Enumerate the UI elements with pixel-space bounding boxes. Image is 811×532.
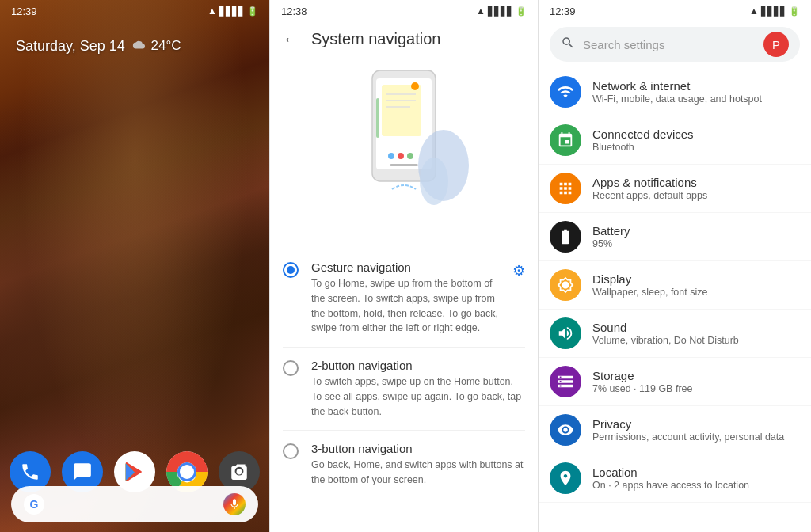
back-button[interactable]: ←: [283, 30, 299, 48]
svg-rect-14: [376, 98, 379, 138]
nav-status-icons: ▲ ▋▋▋▋ 🔋: [476, 6, 527, 17]
battery-setting-title: Battery: [592, 224, 800, 238]
apps-setting-text: Apps & notifications Recent apps, defaul…: [592, 176, 800, 201]
nav-options-list: Gesture navigation To go Home, swipe up …: [270, 249, 538, 499]
google-search-bar[interactable]: G: [11, 486, 258, 522]
home-status-bar: 12:39 ▲ ▋▋▋▋ 🔋: [0, 0, 269, 22]
settings-item-apps[interactable]: Apps & notifications Recent apps, defaul…: [539, 165, 811, 213]
svg-rect-13: [390, 164, 418, 166]
settings-item-storage[interactable]: Storage 7% used · 119 GB free: [539, 358, 811, 406]
settings-wifi-icon: ▲: [749, 6, 759, 17]
settings-signal-icon: ▋▋▋▋: [761, 6, 786, 17]
system-navigation-panel: 12:38 ▲ ▋▋▋▋ 🔋 ← System navigation: [269, 0, 539, 532]
three-button-nav-radio[interactable]: [283, 443, 299, 459]
search-placeholder-text: Search settings: [583, 38, 756, 51]
network-setting-subtitle: Wi-Fi, mobile, data usage, and hotspot: [592, 93, 800, 104]
connected-icon: [550, 124, 581, 156]
svg-point-16: [420, 158, 448, 205]
settings-search-bar[interactable]: Search settings P: [550, 27, 800, 62]
nav-battery-icon: 🔋: [516, 6, 527, 17]
wifi-icon: ▲: [208, 6, 217, 17]
location-icon: [550, 462, 581, 494]
privacy-setting-text: Privacy Permissions, account activity, p…: [592, 417, 800, 443]
nav-status-bar: 12:38 ▲ ▋▋▋▋ 🔋: [270, 0, 538, 22]
display-setting-text: Display Wallpaper, sleep, font size: [592, 272, 800, 298]
battery-icon: 🔋: [247, 6, 258, 17]
google-logo: G: [24, 494, 44, 515]
svg-point-12: [407, 153, 413, 159]
connected-setting-subtitle: Bluetooth: [592, 142, 800, 153]
apps-icon: [550, 173, 581, 204]
home-date-weather: Saturday, Sep 14 24°C: [16, 38, 181, 55]
gesture-nav-content: Gesture navigation To go Home, swipe up …: [311, 260, 500, 336]
google-mic-icon[interactable]: [223, 493, 246, 515]
three-button-nav-desc: Go back, Home, and switch apps with butt…: [311, 458, 525, 488]
three-button-navigation-option[interactable]: 3-button navigation Go back, Home, and s…: [283, 431, 525, 499]
sound-setting-title: Sound: [592, 321, 800, 334]
two-button-nav-radio[interactable]: [283, 360, 299, 376]
home-status-icons: ▲ ▋▋▋▋ 🔋: [208, 6, 258, 17]
nav-wifi-icon: ▲: [476, 6, 485, 17]
sound-setting-text: Sound Volume, vibration, Do Not Disturb: [592, 321, 800, 346]
home-status-time: 12:39: [11, 6, 37, 17]
settings-item-display[interactable]: Display Wallpaper, sleep, font size: [539, 261, 811, 310]
network-setting-text: Network & internet Wi-Fi, mobile, data u…: [592, 79, 800, 104]
storage-setting-subtitle: 7% used · 119 GB free: [592, 383, 800, 394]
sound-setting-subtitle: Volume, vibration, Do Not Disturb: [592, 335, 800, 346]
nav-signal-icon: ▋▋▋▋: [488, 6, 513, 17]
storage-setting-title: Storage: [592, 369, 800, 382]
nav-title: System navigation: [311, 30, 440, 48]
storage-icon: [550, 366, 581, 397]
battery-setting-subtitle: 95%: [592, 238, 800, 249]
settings-panel: 12:39 ▲ ▋▋▋▋ 🔋 Search settings P Network…: [539, 0, 811, 532]
settings-status-bar: 12:39 ▲ ▋▋▋▋ 🔋: [539, 0, 811, 22]
privacy-setting-title: Privacy: [592, 417, 800, 431]
network-setting-title: Network & internet: [592, 79, 800, 93]
gesture-illustration: [325, 63, 483, 237]
two-button-nav-content: 2-button navigation To switch apps, swip…: [311, 359, 525, 419]
privacy-setting-subtitle: Permissions, account activity, personal …: [592, 431, 800, 443]
settings-item-privacy[interactable]: Privacy Permissions, account activity, p…: [539, 406, 811, 454]
settings-battery-icon: 🔋: [789, 6, 800, 17]
home-date-text: Saturday, Sep 14: [16, 38, 125, 55]
display-setting-subtitle: Wallpaper, sleep, font size: [592, 287, 800, 298]
nav-status-time: 12:38: [281, 6, 307, 17]
two-button-navigation-option[interactable]: 2-button navigation To switch apps, swip…: [283, 348, 525, 431]
gesture-navigation-option[interactable]: Gesture navigation To go Home, swipe up …: [283, 249, 525, 348]
gesture-nav-radio-dot: [287, 266, 295, 274]
two-button-nav-desc: To switch apps, swipe up on the Home but…: [311, 374, 525, 419]
display-setting-title: Display: [592, 272, 800, 286]
battery-icon: [550, 221, 581, 253]
apps-setting-subtitle: Recent apps, default apps: [592, 190, 800, 201]
svg-rect-5: [382, 85, 421, 136]
sound-icon: [550, 317, 581, 349]
home-screen: 12:39 ▲ ▋▋▋▋ 🔋 Saturday, Sep 14 24°C: [0, 0, 269, 532]
network-icon: [550, 76, 581, 108]
settings-item-sound[interactable]: Sound Volume, vibration, Do Not Disturb: [539, 310, 811, 358]
storage-setting-text: Storage 7% used · 119 GB free: [592, 369, 800, 394]
settings-item-network[interactable]: Network & internet Wi-Fi, mobile, data u…: [539, 68, 811, 116]
svg-point-11: [398, 153, 404, 159]
battery-setting-text: Battery 95%: [592, 224, 800, 249]
three-button-nav-content: 3-button navigation Go back, Home, and s…: [311, 442, 525, 488]
privacy-icon: [550, 414, 581, 446]
home-weather: 24°C: [131, 38, 181, 55]
signal-icon: ▋▋▋▋: [219, 6, 245, 17]
settings-status-icons: ▲ ▋▋▋▋ 🔋: [749, 6, 800, 17]
three-button-nav-title: 3-button navigation: [311, 442, 525, 455]
settings-status-time: 12:39: [550, 6, 576, 17]
connected-setting-title: Connected devices: [592, 127, 800, 141]
location-setting-title: Location: [592, 466, 800, 479]
two-button-nav-title: 2-button navigation: [311, 359, 525, 372]
settings-item-location[interactable]: Location On · 2 apps have access to loca…: [539, 454, 811, 503]
settings-item-battery[interactable]: Battery 95%: [539, 213, 811, 261]
settings-item-connected[interactable]: Connected devices Bluetooth: [539, 116, 811, 165]
nav-header: ← System navigation: [270, 22, 538, 56]
gesture-nav-desc: To go Home, swipe up from the bottom of …: [311, 276, 500, 336]
nav-illustration: [270, 56, 538, 249]
gesture-nav-gear-icon[interactable]: ⚙: [512, 262, 525, 279]
gesture-nav-radio[interactable]: [283, 262, 299, 278]
location-setting-subtitle: On · 2 apps have access to location: [592, 480, 800, 491]
svg-point-10: [388, 153, 394, 159]
user-avatar[interactable]: P: [763, 32, 789, 57]
